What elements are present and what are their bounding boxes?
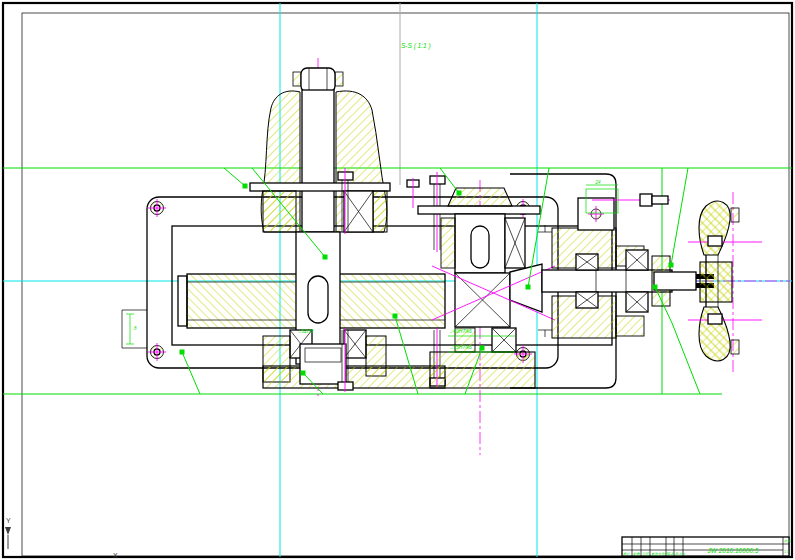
scale-label: 比例 <box>784 539 791 543</box>
axis-marker-y: Y <box>6 517 11 524</box>
balloon-marker <box>480 346 485 351</box>
rev-col-label: 分区 <box>642 552 649 556</box>
shaft2-gland-left <box>441 218 455 268</box>
shaft-extension <box>654 272 696 290</box>
shaft1-column <box>302 90 334 232</box>
wheel-nub-top <box>731 208 739 222</box>
balloon-marker <box>323 255 328 260</box>
wheel-hub-cross <box>455 273 510 327</box>
section-view-label: S-S ( 1:1 ) <box>401 42 431 50</box>
dim-text: 24 <box>594 180 601 185</box>
balloon-marker <box>526 285 531 290</box>
wheel-bolt <box>708 236 722 246</box>
side-bolt-nut <box>652 196 668 204</box>
rev-col-label: 年月日 <box>675 552 686 556</box>
bearing-cross-shaft2-bottom <box>492 328 516 352</box>
dim-text: ⌰35H7/k6 <box>450 344 472 350</box>
scale-value: 1:1 <box>784 550 789 554</box>
rev-col-label: 处数 <box>633 552 640 556</box>
balloon-marker <box>243 184 248 189</box>
shaft1-cover-plate <box>250 183 390 191</box>
dim-text: ⌰52H8 <box>298 328 313 334</box>
rev-col-label: 签名 <box>667 552 674 556</box>
shaft1-keyway <box>308 276 328 323</box>
wheel-hub <box>700 262 732 302</box>
cap-nub-right <box>335 72 343 86</box>
shaft1-top-cap <box>301 68 335 92</box>
worm-left-end <box>178 276 187 326</box>
wheel-bolt <box>708 314 722 324</box>
title-block: 标记 处数 分区 更改文件号 签名 年月日 JW 2010.10000.5 比例… <box>622 537 791 556</box>
shaft2-keyway <box>471 226 489 268</box>
wheel-nub-bottom <box>731 340 739 354</box>
rev-col-label: 更改文件号 <box>651 552 669 556</box>
shaft1-gland-right <box>373 191 387 232</box>
drawing-canvas[interactable]: S-S ( 1:1 ) 8 <box>0 0 795 560</box>
bearing-cross-lower-right <box>344 330 366 358</box>
cap-nub-left <box>293 72 301 86</box>
balloon-marker <box>180 350 185 355</box>
axis-marker-x: X <box>113 552 118 559</box>
cad-sheet: S-S ( 1:1 ) 8 <box>0 0 795 560</box>
balloon-marker <box>653 285 658 290</box>
shaft2-cap-plate <box>418 206 540 214</box>
dim-text: ⌰40H7/k6 <box>450 328 472 334</box>
shaft2-bottom-cover <box>430 352 535 388</box>
balloon-marker <box>669 263 674 268</box>
shaft1-gland-left <box>263 191 296 232</box>
balloon-marker <box>393 314 398 319</box>
side-cover-lower <box>616 316 644 336</box>
shaft1-bottom-end <box>300 344 346 384</box>
side-bolt-head <box>640 194 652 206</box>
bottom-cover <box>263 366 445 388</box>
balloon-marker <box>457 191 462 196</box>
rev-col-label: 标记 <box>623 552 630 556</box>
balloon-marker <box>301 371 306 376</box>
drawing-number: JW 2010.10000.5 <box>707 547 759 554</box>
bearing-cross-shaft2 <box>505 218 525 268</box>
